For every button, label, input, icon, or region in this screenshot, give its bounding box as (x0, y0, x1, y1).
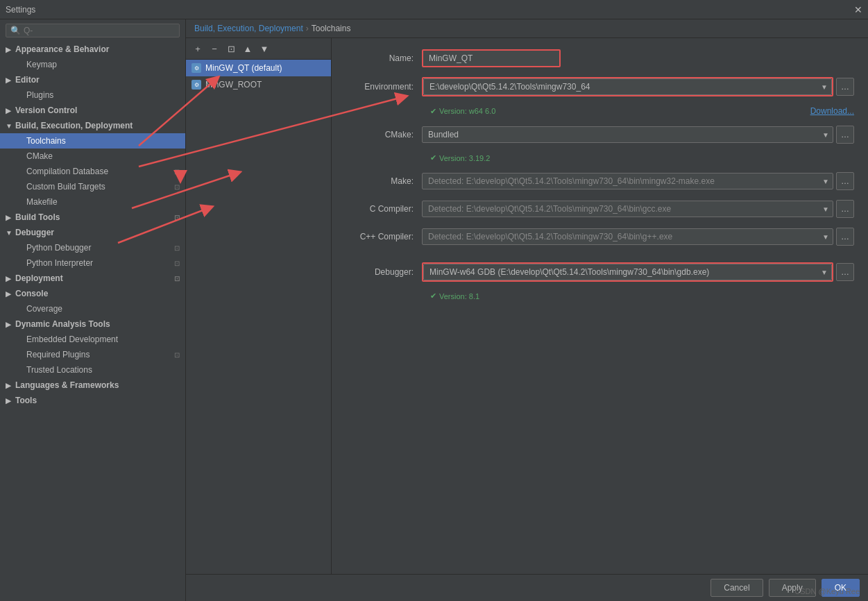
sidebar-item-toolchains[interactable]: Toolchains (0, 133, 185, 149)
sidebar-item-compilation-db[interactable]: Compilation Database ⊡ (0, 164, 185, 179)
breadcrumb: Build, Execution, Deployment › Toolchain… (186, 19, 868, 38)
download-link[interactable]: Download... (810, 106, 854, 116)
cmake-field: Bundled ▼ … (422, 126, 854, 144)
external-icon: ⊡ (174, 351, 180, 359)
expand-arrow: ▶ (6, 290, 12, 298)
add-toolchain-button[interactable]: + (190, 41, 205, 56)
sidebar-item-cmake[interactable]: CMake (0, 149, 185, 164)
name-input[interactable] (422, 49, 561, 67)
sidebar-item-deployment[interactable]: ▶ Deployment ⊡ (0, 271, 185, 286)
sidebar-item-label: Keymap (26, 60, 57, 69)
make-browse-button[interactable]: … (836, 172, 854, 190)
expand-arrow: ▼ (6, 122, 12, 130)
expand-arrow: ▶ (6, 76, 12, 84)
cmake-status-row: Version: 3.19.2 (346, 153, 854, 162)
debugger-version-status: Version: 8.1 (430, 291, 479, 300)
bottom-bar: Cancel Apply OK (186, 574, 868, 601)
debugger-field: MinGW-w64 GDB (E:\develop\Qt\Qt5.14.2\To… (422, 262, 854, 282)
c-compiler-label: C Compiler: (346, 204, 422, 214)
breadcrumb-current: Toolchains (312, 24, 351, 33)
search-icon: 🔍 (10, 26, 21, 35)
sidebar-item-python-debugger[interactable]: Python Debugger ⊡ (0, 240, 185, 255)
sidebar-item-editor[interactable]: ▶ Editor (0, 72, 185, 87)
expand-arrow: ▶ (6, 275, 12, 282)
expand-arrow: ▼ (6, 229, 12, 237)
sidebar-item-label: Trusted Locations (26, 365, 92, 375)
search-input[interactable] (24, 26, 175, 35)
form-row-cmake: CMake: Bundled ▼ … (346, 126, 854, 144)
toolchain-list-panel: + − ⊡ ▲ ▼ ⚙ MinGW_QT (default) ⚙ Mi (186, 38, 332, 574)
debugger-browse-button[interactable]: … (836, 263, 854, 281)
sidebar-item-version-control[interactable]: ▶ Version Control (0, 103, 185, 118)
sidebar-item-makefile[interactable]: Makefile (0, 194, 185, 210)
toolchain-item-mingw-root[interactable]: ⚙ MinGW_ROOT (186, 76, 331, 93)
external-icon: ⊡ (174, 244, 180, 252)
search-box[interactable]: 🔍 (6, 24, 180, 37)
sidebar-item-label: Compilation Database (26, 167, 108, 176)
close-button[interactable]: ✕ (854, 4, 862, 15)
sidebar-item-label: Required Plugins (26, 350, 90, 359)
sidebar-item-embedded-development[interactable]: Embedded Development (0, 332, 185, 347)
sidebar-item-build-tools[interactable]: ▶ Build Tools ⊡ (0, 210, 185, 225)
expand-arrow: ▶ (6, 397, 12, 405)
form-row-debugger: Debugger: MinGW-w64 GDB (E:\develop\Qt\Q… (346, 262, 854, 282)
sidebar-item-label: Python Interpreter (26, 258, 93, 268)
debugger-label: Debugger: (346, 267, 422, 277)
sidebar-item-keymap[interactable]: Keymap (0, 57, 185, 72)
sidebar-item-coverage[interactable]: Coverage (0, 301, 185, 316)
toolchain-item-label: MinGW_QT (default) (205, 63, 282, 73)
make-select[interactable]: Detected: E:\develop\Qt\Qt5.14.2\Tools\m… (422, 173, 833, 189)
move-up-button[interactable]: ▲ (240, 41, 255, 56)
cmake-browse-button[interactable]: … (836, 126, 854, 144)
cpp-compiler-field: Detected: E:\develop\Qt\Qt5.14.2\Tools\m… (422, 228, 854, 246)
remove-toolchain-button[interactable]: − (207, 41, 222, 56)
debugger-select[interactable]: MinGW-w64 GDB (E:\develop\Qt\Qt5.14.2\To… (423, 264, 832, 280)
right-panel: Build, Execution, Deployment › Toolchain… (186, 19, 868, 601)
sidebar-item-tools[interactable]: ▶ Tools (0, 393, 185, 408)
sidebar-item-trusted-locations[interactable]: Trusted Locations (0, 362, 185, 378)
cpp-compiler-browse-button[interactable]: … (836, 228, 854, 246)
toolchain-icon: ⚙ (192, 80, 201, 90)
sidebar-item-languages-frameworks[interactable]: ▶ Languages & Frameworks (0, 378, 185, 393)
sidebar-item-console[interactable]: ▶ Console (0, 286, 185, 301)
sidebar-item-label: Build, Execution, Deployment (15, 121, 133, 130)
sidebar-item-label: Appearance & Behavior (15, 44, 109, 54)
form-row-name: Name: (346, 49, 854, 67)
sidebar-item-python-interpreter[interactable]: Python Interpreter ⊡ (0, 255, 185, 271)
expand-arrow: ▶ (6, 46, 12, 53)
sidebar-item-required-plugins[interactable]: Required Plugins ⊡ (0, 347, 185, 362)
name-label: Name: (346, 53, 422, 63)
sidebar-item-debugger[interactable]: ▼ Debugger (0, 225, 185, 240)
make-label: Make: (346, 176, 422, 186)
toolchain-item-mingw-qt[interactable]: ⚙ MinGW_QT (default) (186, 60, 331, 76)
toolchain-toolbar: + − ⊡ ▲ ▼ (186, 38, 331, 60)
breadcrumb-parent[interactable]: Build, Execution, Deployment (194, 24, 303, 33)
c-compiler-select[interactable]: Detected: E:\develop\Qt\Qt5.14.2\Tools\m… (422, 201, 833, 217)
sidebar-item-dynamic-analysis-tools[interactable]: ▶ Dynamic Analysis Tools (0, 316, 185, 332)
sidebar-item-build-exec-deploy[interactable]: ▼ Build, Execution, Deployment (0, 118, 185, 133)
external-icon: ⊡ (174, 260, 180, 267)
make-field: Detected: E:\develop\Qt\Qt5.14.2\Tools\m… (422, 172, 854, 190)
sidebar-item-custom-build-targets[interactable]: Custom Build Targets ⊡ (0, 179, 185, 194)
c-compiler-browse-button[interactable]: … (836, 200, 854, 218)
sidebar-item-label: Version Control (15, 105, 77, 115)
sidebar-item-label: Console (15, 289, 48, 298)
move-down-button[interactable]: ▼ (257, 41, 272, 56)
environment-select[interactable]: E:\develop\Qt\Qt5.14.2\Tools\mingw730_64 (423, 78, 832, 95)
environment-browse-button[interactable]: … (836, 78, 854, 96)
sidebar-item-label: Editor (15, 75, 40, 85)
copy-toolchain-button[interactable]: ⊡ (223, 41, 239, 56)
cpp-compiler-select[interactable]: Detected: E:\develop\Qt\Qt5.14.2\Tools\m… (422, 228, 833, 245)
toolchain-icon: ⚙ (192, 63, 201, 73)
sidebar-item-plugins[interactable]: Plugins (0, 87, 185, 103)
cancel-button[interactable]: Cancel (710, 579, 763, 597)
sidebar-item-label: Languages & Frameworks (15, 380, 119, 390)
cmake-select[interactable]: Bundled (422, 126, 833, 143)
form-row-cpp-compiler: C++ Compiler: Detected: E:\develop\Qt\Qt… (346, 228, 854, 246)
env-status-row: Version: w64 6.0 Download... (346, 106, 854, 116)
expand-arrow: ▶ (6, 107, 12, 115)
toolchain-items: ⚙ MinGW_QT (default) ⚙ MinGW_ROOT (186, 60, 331, 574)
expand-arrow: ▶ (6, 382, 12, 389)
sidebar-item-label: CMake (26, 151, 53, 161)
sidebar-item-appearance[interactable]: ▶ Appearance & Behavior (0, 42, 185, 57)
